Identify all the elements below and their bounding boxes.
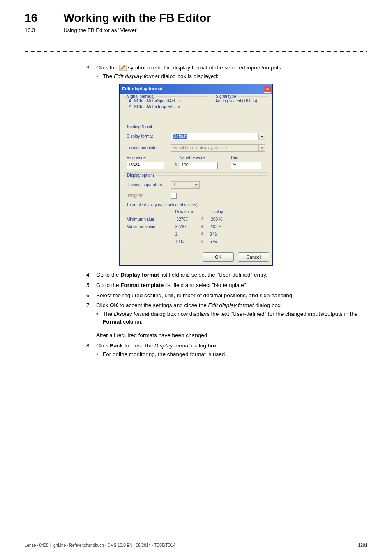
step7-bullet-post: column. — [122, 319, 143, 325]
step3-pre: Click the — [96, 65, 119, 71]
step3-bullet-pre: The — [103, 73, 114, 79]
display-format-value: Default — [173, 134, 187, 139]
signal-type-legend: Signal type — [214, 94, 237, 99]
footer-left: Lenze · 8400 HighLine · Referenzhandbuch… — [25, 543, 175, 548]
step-number: 7. — [86, 302, 96, 326]
dialog-title: Edit display format — [122, 86, 163, 92]
step7-bullet-mid: dialog box now displays the text "User-d… — [149, 311, 357, 317]
step8-post: dialog box. — [190, 342, 218, 349]
step4-bold: Display format — [120, 272, 159, 278]
bullet-dot: • — [96, 310, 103, 326]
step3-bullet-post: dialog box is displayed: — [161, 73, 219, 79]
step7-bold: OK — [110, 302, 118, 308]
equals-icon: ≙ — [201, 224, 210, 230]
chapter-number: 16 — [25, 12, 62, 25]
decimal-separators-label: Decimal separators — [127, 182, 171, 188]
example-row-raw: 1 — [175, 231, 201, 237]
step6-text: Select the required scaling, unit, numbe… — [96, 292, 367, 300]
example-row-disp: -200 % — [210, 217, 234, 222]
step5-pre: Go to the — [96, 282, 120, 288]
edit-display-format-dialog: Edit display format Signal name(s) LA_NC… — [119, 84, 273, 266]
chevron-down-icon — [258, 145, 265, 151]
separator-line: _ _ _ _ _ _ _ _ _ _ _ _ _ _ _ _ _ _ _ _ … — [25, 45, 367, 52]
example-row-label — [127, 239, 175, 245]
raw-value-label: Raw value — [127, 155, 172, 161]
example-row-disp: 200 % — [210, 224, 234, 230]
unsigned-checkbox[interactable] — [171, 193, 177, 199]
step-number: 6. — [86, 292, 96, 300]
step8-em: Display format — [154, 342, 190, 349]
bullet-dot: • — [96, 351, 103, 358]
unit-input[interactable]: % — [231, 162, 261, 169]
step7-pre: Click — [96, 302, 110, 308]
step3-bullet-em: Edit display format — [114, 73, 159, 79]
step4-post: list field and select the "User-defined"… — [159, 272, 267, 278]
step8-bold: Back — [110, 342, 123, 349]
unsigned-label: unsigned — [127, 193, 171, 199]
equals-icon: ≙ — [201, 217, 210, 222]
step7-bullet-pre: The — [103, 311, 114, 317]
svg-marker-6 — [195, 184, 198, 186]
svg-marker-5 — [261, 147, 263, 149]
signal-name-row: LA_NCtrl.nMotorTorqueAct_a — [127, 104, 205, 110]
signal-names-legend: Signal name(s) — [126, 94, 156, 99]
example-display-legend: Example display (with selected values) — [126, 202, 199, 208]
example-row-raw: 32767 — [175, 224, 201, 230]
equals-icon: ≙ — [201, 239, 210, 245]
step8-bullet: For online monitoring, the changed forma… — [103, 351, 226, 358]
page-number: 1201 — [358, 543, 367, 548]
step-number: 5. — [86, 282, 96, 289]
scaling-unit-legend: Scaling & unit — [126, 124, 153, 130]
step7-em: Edit display format — [208, 302, 254, 308]
step-number: 4. — [86, 271, 96, 279]
after-note: After all required formats have been cha… — [96, 332, 367, 340]
example-row-label: Minimum value — [127, 217, 175, 222]
example-row-disp: 0 % — [210, 231, 234, 237]
example-row-raw: -32767 — [175, 217, 201, 222]
close-icon — [265, 87, 270, 91]
step7-post: dialog box. — [254, 302, 282, 308]
decimal-separators-value: 0 — [173, 182, 175, 188]
example-row-disp: 6 % — [210, 239, 234, 245]
example-row-label: Maximum value — [127, 224, 175, 230]
step8-pre: Click — [96, 342, 110, 349]
chevron-down-icon — [258, 133, 265, 140]
display-format-label: Display format — [127, 134, 171, 139]
equals-icon: ≙ — [174, 162, 178, 169]
format-template-combo[interactable]: Signal type _a displayed as % — [171, 144, 265, 152]
format-template-value: Signal type _a displayed as % — [173, 145, 227, 151]
section-title: Using the FB Editor as "Viewer" — [63, 27, 138, 33]
example-row-label — [127, 231, 175, 237]
decimal-separators-combo[interactable]: 0 — [171, 181, 200, 189]
chevron-down-icon — [193, 182, 199, 188]
display-format-combo[interactable]: Default — [171, 133, 265, 140]
equals-icon: ≙ — [201, 231, 210, 237]
step8-mid: to close the — [123, 342, 154, 349]
display-options-legend: Display options — [126, 173, 156, 178]
format-template-label: Format template — [127, 145, 171, 151]
edit-pencil-icon — [119, 65, 127, 71]
step5-post: list field and select "No template". — [164, 282, 247, 288]
step5-bold: Format template — [120, 282, 164, 288]
section-number: 16.3 — [25, 27, 62, 33]
example-col-display: Display — [210, 209, 234, 215]
bullet-dot: • — [96, 73, 103, 81]
svg-marker-4 — [261, 136, 263, 137]
variable-value-label: Variable value — [180, 155, 228, 161]
cancel-button[interactable]: Cancel — [238, 252, 269, 262]
step-number: 8. — [86, 342, 96, 358]
step7-bullet-em: Display format — [114, 311, 149, 317]
chapter-title: Working with the FB Editor — [63, 12, 211, 25]
ok-button[interactable]: OK — [203, 252, 234, 262]
step3-post: symbol to edit the display format of the… — [128, 65, 283, 71]
close-button[interactable] — [264, 86, 271, 92]
example-row-raw: 1000 — [175, 239, 201, 245]
step7-mid: to accept the settings and close the — [118, 302, 208, 308]
step7-bullet-bold: Format — [103, 319, 122, 325]
variable-value-input[interactable]: 100 — [180, 162, 218, 169]
raw-value-input[interactable]: 16384 — [127, 162, 164, 169]
example-col-raw: Raw value — [175, 209, 201, 215]
step4-pre: Go to the — [96, 272, 120, 278]
step-number: 3. — [86, 64, 96, 81]
unit-label: Unit — [231, 155, 264, 161]
